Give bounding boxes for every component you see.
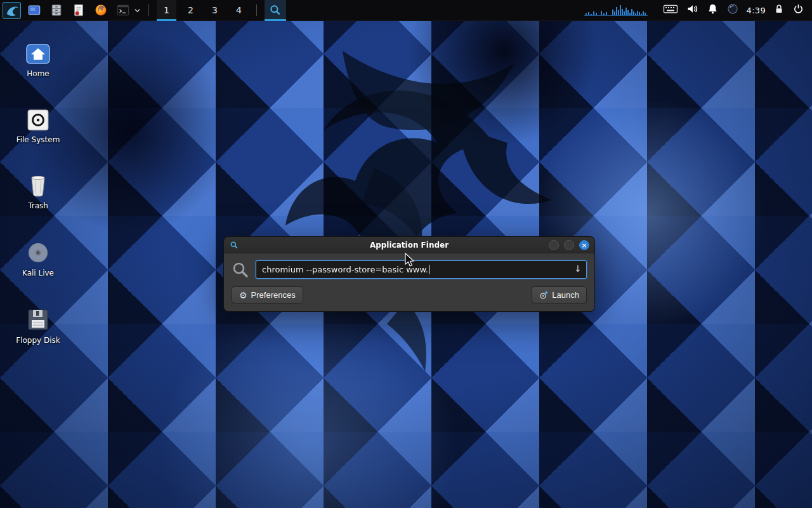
dropdown-arrow-icon[interactable]: ↓ [574, 264, 582, 274]
floppy-icon [6, 304, 70, 333]
close-icon: × [581, 242, 587, 249]
panel-right: 4:39 [584, 0, 809, 20]
command-input[interactable]: chromium --password-store=basic www. ↓ [256, 260, 587, 279]
show-desktop-button[interactable] [25, 2, 43, 18]
keyboard-indicator[interactable] [663, 3, 678, 18]
window-controls: × [549, 240, 589, 250]
terminal-icon [116, 3, 130, 17]
volume-icon [686, 3, 699, 15]
desktop-icon-trash[interactable]: Trash [6, 169, 70, 210]
system-monitor-graph[interactable] [584, 3, 655, 17]
workspace-3[interactable]: 3 [205, 0, 225, 21]
maximize-button[interactable] [564, 240, 574, 250]
desktop-icon-file-system[interactable]: File System [6, 103, 70, 144]
preferences-button-label: Preferences [251, 290, 296, 300]
panel-separator [256, 4, 257, 16]
status-tray-icon [726, 3, 739, 15]
lock-icon [773, 3, 785, 15]
desktop-window-icon [27, 3, 41, 17]
logout-button[interactable] [792, 3, 804, 18]
trash-icon [6, 169, 70, 198]
firefox-icon [94, 3, 108, 17]
desktop-icon-label: Trash [6, 201, 70, 210]
search-icon-large [232, 261, 249, 279]
status-tray[interactable] [726, 3, 739, 18]
bell-icon [707, 3, 719, 15]
document-icon [72, 3, 86, 17]
text-caret [429, 265, 429, 274]
application-finder-window: Application Finder × chromium --password… [223, 236, 595, 312]
power-icon [792, 3, 804, 15]
terminal-button[interactable] [114, 2, 132, 18]
clock[interactable]: 4:39 [747, 6, 766, 15]
workspace-1[interactable]: 1 [157, 0, 176, 21]
firefox-button[interactable] [92, 2, 110, 18]
launch-button[interactable]: Launch [532, 286, 587, 304]
panel-separator [148, 4, 149, 16]
command-input-text: chromium --password-store=basic www. [262, 265, 428, 274]
taskbar-application-finder-button[interactable] [265, 0, 286, 21]
kali-logo-icon [5, 3, 19, 17]
workspace-4[interactable]: 4 [229, 0, 249, 21]
desktop-icon-home[interactable]: Home [6, 37, 70, 78]
minimize-button[interactable] [549, 240, 559, 250]
lock-screen-button[interactable] [773, 3, 785, 18]
home-icon [6, 37, 70, 66]
panel-left: 1 2 3 4 [3, 0, 286, 20]
disc-icon [6, 236, 70, 265]
terminal-dropdown-chevron[interactable] [134, 7, 141, 14]
top-panel: 1 2 3 4 [0, 0, 812, 21]
file-cabinet-icon [49, 3, 63, 17]
volume-control[interactable] [686, 3, 699, 18]
preferences-button[interactable]: ⚙ Preferences [232, 286, 303, 304]
gear-icon: ⚙ [239, 291, 247, 300]
keyboard-icon [663, 3, 678, 15]
launch-icon [539, 291, 548, 300]
chevron-down-icon [134, 7, 141, 14]
workspace-2[interactable]: 2 [181, 0, 200, 21]
desktop-icon-kali-live[interactable]: Kali Live [6, 236, 70, 277]
desktop-icon-label: Kali Live [6, 269, 70, 277]
window-title: Application Finder [224, 237, 594, 253]
launch-button-label: Launch [552, 290, 579, 300]
desktop-icon-label: Home [6, 69, 70, 78]
mouse-cursor [404, 253, 416, 268]
desktop-icon-floppy-disk[interactable]: Floppy Disk [6, 304, 70, 345]
desktop-icon-label: Floppy Disk [6, 336, 70, 345]
close-button[interactable]: × [579, 240, 589, 250]
notifications-applet[interactable] [707, 3, 719, 18]
text-editor-button[interactable] [70, 2, 88, 18]
titlebar[interactable]: Application Finder × [223, 236, 595, 253]
desktop-icon-label: File System [6, 135, 70, 144]
applications-menu-button[interactable] [3, 2, 21, 19]
filesystem-drive-icon [6, 103, 70, 132]
search-icon [269, 4, 282, 17]
file-manager-button[interactable] [48, 2, 65, 18]
